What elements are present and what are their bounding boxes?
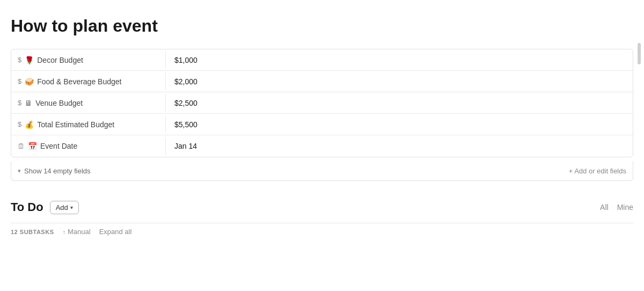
show-empty-row: ▾ Show 14 empty fields + Add or edit fie…: [11, 162, 633, 181]
add-chevron-icon: ▾: [70, 205, 73, 210]
property-value[interactable]: $2,500: [166, 94, 633, 112]
property-type-icon: $: [18, 77, 21, 85]
manual-sort-button[interactable]: ↑ Manual: [62, 228, 90, 236]
property-emoji: 🌹: [25, 56, 34, 64]
todo-title: To Do: [11, 200, 43, 214]
property-value[interactable]: $2,000: [166, 73, 633, 90]
property-value[interactable]: $1,000: [166, 52, 633, 69]
show-empty-button[interactable]: ▾ Show 14 empty fields: [18, 167, 91, 175]
property-emoji: 🖥: [25, 99, 32, 107]
todo-section: To Do Add ▾ All Mine 12 SUBTASKS ↑ Manua…: [11, 200, 633, 240]
todo-left: To Do Add ▾: [11, 200, 79, 214]
expand-all-button[interactable]: Expand all: [99, 228, 132, 236]
subtasks-bar: 12 SUBTASKS ↑ Manual Expand all: [11, 223, 633, 240]
property-name: Event Date: [40, 142, 77, 150]
property-type-icon: $: [18, 99, 21, 107]
todo-header: To Do Add ▾ All Mine: [11, 200, 633, 214]
property-name: Total Estimated Budget: [37, 120, 114, 129]
page-title: How to plan event: [11, 11, 633, 36]
property-label: $ 🖥 Venue Budget: [11, 94, 166, 112]
add-button[interactable]: Add ▾: [50, 201, 79, 214]
property-type-icon: 🗓: [18, 142, 25, 150]
property-label: $ 🥪 Food & Beverage Budget: [11, 73, 166, 90]
property-emoji: 💰: [25, 120, 34, 129]
add-button-label: Add: [56, 203, 68, 212]
property-label: $ 💰 Total Estimated Budget: [11, 116, 166, 133]
property-name: Venue Budget: [35, 99, 83, 107]
property-row[interactable]: $ 💰 Total Estimated Budget $5,500: [11, 114, 633, 135]
property-emoji: 🥪: [25, 77, 34, 86]
page-container: How to plan event $ 🌹 Decor Budget $1,00…: [0, 0, 644, 240]
filter-all-button[interactable]: All: [600, 203, 609, 212]
property-value[interactable]: $5,500: [166, 116, 633, 133]
property-type-icon: $: [18, 120, 21, 128]
show-empty-label: Show 14 empty fields: [24, 167, 91, 175]
property-type-icon: $: [18, 56, 21, 64]
todo-right: All Mine: [600, 203, 633, 212]
sort-label: Manual: [68, 228, 91, 236]
property-name: Decor Budget: [37, 56, 83, 64]
chevron-down-icon: ▾: [18, 168, 21, 174]
property-label: 🗓 📅 Event Date: [11, 137, 166, 155]
property-row[interactable]: $ 🌹 Decor Budget $1,000: [11, 49, 633, 71]
property-row[interactable]: 🗓 📅 Event Date Jan 14: [11, 135, 633, 157]
property-row[interactable]: $ 🥪 Food & Beverage Budget $2,000: [11, 71, 633, 92]
scrollbar[interactable]: [638, 43, 641, 64]
property-emoji: 📅: [28, 142, 37, 150]
property-name: Food & Beverage Budget: [37, 77, 121, 86]
properties-table: $ 🌹 Decor Budget $1,000 $ 🥪 Food & Bever…: [11, 49, 633, 157]
sort-icon: ↑: [62, 229, 65, 235]
subtasks-count: 12 SUBTASKS: [11, 229, 54, 235]
property-value[interactable]: Jan 14: [166, 137, 633, 155]
add-edit-fields-button[interactable]: + Add or edit fields: [569, 167, 626, 175]
filter-mine-button[interactable]: Mine: [617, 203, 633, 212]
property-label: $ 🌹 Decor Budget: [11, 52, 166, 69]
property-row[interactable]: $ 🖥 Venue Budget $2,500: [11, 92, 633, 114]
